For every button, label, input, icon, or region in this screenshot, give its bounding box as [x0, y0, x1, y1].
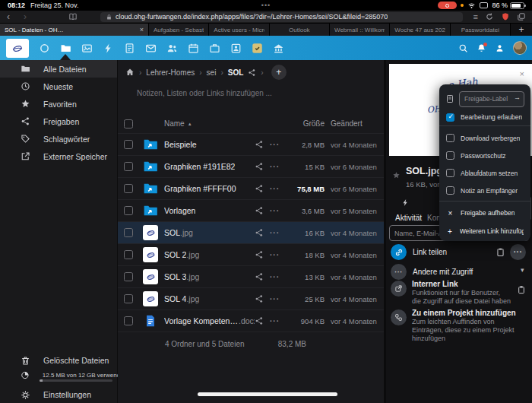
school-logo[interactable]: [6, 39, 29, 58]
share-icon[interactable]: [255, 206, 270, 215]
app-menu-item[interactable]: [225, 36, 246, 60]
file-name[interactable]: Beispiele: [164, 140, 255, 149]
share-icon[interactable]: [255, 140, 270, 149]
row-checkbox[interactable]: [124, 162, 133, 171]
column-size[interactable]: Größe: [288, 119, 325, 128]
reader-icon[interactable]: ≡: [473, 12, 478, 21]
notifications-bell-icon[interactable]: [477, 43, 486, 53]
row-checkbox[interactable]: [124, 316, 133, 325]
link-share-row[interactable]: Link teilen: [391, 244, 447, 260]
breadcrumb-item[interactable]: sei: [207, 68, 217, 77]
adblock-shield-icon[interactable]: [501, 12, 510, 21]
row-actions-icon[interactable]: ···: [270, 163, 288, 171]
file-row[interactable]: SOL.jpg ··· 16 KB vor 4 Monaten: [118, 222, 384, 244]
file-name[interactable]: SOL 4.jpg: [164, 294, 255, 303]
file-row[interactable]: Graphiken #FFFF00 ··· 75,8 MB vor 6 Mona…: [118, 178, 384, 200]
share-icon[interactable]: [255, 316, 270, 325]
file-name[interactable]: SOL.jpg: [164, 228, 255, 237]
sidebar-item-settings[interactable]: Einstellungen: [0, 387, 118, 402]
browser-tab[interactable]: Aufgaben - Sebastian… ×: [149, 24, 209, 36]
others-with-access-row[interactable]: ··· Andere mit Zugriff: [391, 264, 473, 280]
app-menu-item[interactable]: [33, 36, 55, 60]
breadcrumb-item[interactable]: Lehrer-Homes: [146, 68, 195, 77]
search-icon[interactable]: [458, 43, 468, 53]
browser-tab[interactable]: Passwortdatei ×: [451, 24, 511, 36]
folder-share-icon[interactable]: [248, 68, 256, 77]
option-checkbox[interactable]: [446, 134, 454, 142]
app-menu-item[interactable]: [140, 36, 161, 60]
forward-button[interactable]: ›: [17, 12, 33, 21]
sidebar-nav-item[interactable]: Favoriten: [0, 95, 117, 113]
user-avatar[interactable]: [513, 41, 527, 55]
file-row[interactable]: Vorlage Kompetenzen_Sketch ….docx ··· 90…: [118, 310, 384, 332]
favorite-star-icon[interactable]: [392, 171, 401, 179]
status-ellipsis-icon[interactable]: •••: [0, 2, 532, 9]
row-actions-icon[interactable]: ···: [270, 251, 288, 259]
file-name[interactable]: SOL 3.jpg: [164, 272, 255, 281]
file-row[interactable]: Beispiele ··· 2,8 MB vor 4 Monaten: [118, 134, 384, 156]
sidebar-nav-item[interactable]: Freigaben: [0, 113, 117, 130]
sidebar-nav-item[interactable]: Externer Speicher: [0, 148, 117, 165]
sidebar-nav-item[interactable]: Alle Dateien: [0, 60, 117, 78]
app-menu-item[interactable]: [119, 36, 140, 60]
option-checkbox[interactable]: [446, 186, 454, 195]
share-icon[interactable]: [255, 162, 270, 171]
add-to-project-row[interactable]: [391, 309, 407, 325]
app-menu-item[interactable]: [182, 36, 204, 60]
file-name[interactable]: Graphiken #191E82: [164, 162, 255, 171]
app-menu-item[interactable]: [204, 36, 225, 60]
browser-tab[interactable]: Webmail :: Willkomm… ×: [330, 24, 390, 36]
file-name[interactable]: Vorlagen: [164, 206, 255, 215]
row-actions-icon[interactable]: ···: [270, 295, 288, 303]
share-option-row[interactable]: Download verbergen: [439, 129, 530, 147]
option-checkbox[interactable]: [446, 169, 454, 177]
row-actions-icon[interactable]: ···: [270, 317, 288, 325]
share-action-row[interactable]: + Weiteren Link hinzufügen: [439, 222, 530, 240]
notes-placeholder[interactable]: Notizen, Listen oder Links hinzufügen ..…: [137, 89, 272, 97]
file-row[interactable]: SOL 3.jpg ··· 13 KB vor 4 Monaten: [118, 266, 384, 288]
row-checkbox[interactable]: [124, 294, 133, 303]
home-indicator[interactable]: [198, 392, 337, 396]
tab-overview-icon[interactable]: [517, 12, 526, 21]
new-file-button[interactable]: +: [271, 65, 287, 80]
file-row[interactable]: SOL 4.jpg ··· 25 KB vor 4 Monaten: [118, 288, 384, 310]
new-tab-button[interactable]: +: [511, 24, 532, 36]
column-name[interactable]: Name ▲: [164, 119, 192, 128]
sidebar-nav-item[interactable]: Neueste: [0, 78, 117, 95]
close-tab-icon[interactable]: ×: [135, 26, 144, 33]
app-menu-item[interactable]: [76, 36, 97, 60]
browser-tab[interactable]: Active users - Micros… ×: [209, 24, 269, 36]
row-actions-icon[interactable]: ···: [270, 185, 288, 193]
file-name[interactable]: Vorlage Kompetenzen_Sketch ….docx: [164, 316, 255, 325]
back-button[interactable]: ‹: [0, 12, 17, 21]
share-option-row[interactable]: Notiz an Empfänger: [439, 182, 530, 199]
select-all-checkbox[interactable]: [124, 119, 133, 129]
row-checkbox[interactable]: [124, 250, 133, 259]
row-checkbox[interactable]: [124, 184, 133, 193]
browser-tab[interactable]: Woche 47 aus 2022 -… ×: [390, 24, 450, 36]
row-checkbox[interactable]: [124, 140, 133, 149]
app-menu-item[interactable]: [268, 36, 289, 60]
home-icon[interactable]: [125, 68, 135, 77]
row-checkbox[interactable]: [124, 228, 133, 237]
app-menu-item[interactable]: [97, 36, 119, 60]
share-option-row[interactable]: Ablaufdatum setzen: [439, 164, 530, 182]
row-actions-icon[interactable]: ···: [270, 141, 288, 149]
column-modified[interactable]: Geändert: [331, 119, 384, 128]
submit-label-arrow-icon[interactable]: →: [514, 94, 521, 101]
reload-icon[interactable]: [485, 12, 494, 21]
row-checkbox[interactable]: [124, 272, 133, 281]
share-icon[interactable]: [255, 294, 270, 303]
address-bar[interactable]: cloud.ohg-furtwangen.de/index.php/apps/f…: [100, 12, 463, 22]
link-share-menu-button[interactable]: ···: [510, 244, 526, 260]
file-name[interactable]: Graphiken #FFFF00: [164, 184, 255, 193]
share-icon[interactable]: [255, 228, 270, 237]
file-name[interactable]: SOL 2.jpg: [164, 250, 255, 259]
app-menu-item[interactable]: [246, 36, 268, 60]
share-icon[interactable]: [255, 250, 270, 259]
share-action-row[interactable]: × Freigabe aufheben: [439, 204, 530, 222]
breadcrumb-current[interactable]: SOL: [228, 68, 244, 77]
internal-link-row[interactable]: [391, 281, 407, 297]
share-option-row[interactable]: Bearbeitung erlauben: [439, 109, 530, 126]
share-icon[interactable]: [255, 272, 270, 281]
